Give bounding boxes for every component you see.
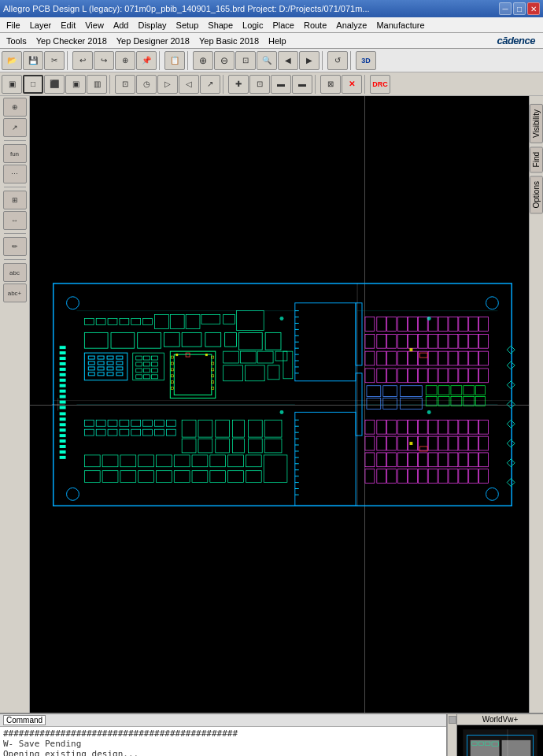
tb2-11[interactable]: ✚ bbox=[228, 75, 249, 94]
tb2-5[interactable]: ▥ bbox=[87, 75, 107, 94]
tb-undo[interactable]: ↩ bbox=[72, 51, 93, 70]
svg-rect-279 bbox=[84, 471, 100, 483]
svg-marker-30 bbox=[507, 420, 515, 428]
lt-grid[interactable]: ⊞ bbox=[3, 191, 27, 209]
menu-add[interactable]: Add bbox=[109, 19, 134, 32]
menu-shape[interactable]: Shape bbox=[203, 19, 238, 32]
tb-zoom-prev[interactable]: ◀ bbox=[278, 51, 298, 70]
tb-add[interactable]: ⊕ bbox=[115, 51, 135, 70]
tb2-13[interactable]: ▬ bbox=[271, 75, 291, 94]
lt-resize[interactable]: ↔ bbox=[3, 211, 27, 230]
lt-abc-plus[interactable]: abc+ bbox=[3, 284, 27, 302]
svg-rect-231 bbox=[377, 420, 386, 434]
world-view-canvas[interactable] bbox=[457, 725, 543, 756]
svg-rect-64 bbox=[107, 356, 113, 359]
menu-setup[interactable]: Setup bbox=[172, 19, 204, 32]
close-button[interactable]: ✕ bbox=[527, 2, 540, 15]
svg-rect-83 bbox=[144, 375, 150, 379]
lt-arrow[interactable]: ↗ bbox=[3, 118, 27, 137]
tb-cut[interactable]: ✂ bbox=[44, 51, 65, 70]
svg-rect-195 bbox=[166, 420, 175, 426]
tb-zoom-next[interactable]: ▶ bbox=[299, 51, 320, 70]
tb-open[interactable]: 📂 bbox=[2, 51, 22, 70]
cmd-tab-command[interactable]: Command bbox=[3, 715, 46, 725]
tb-zoom-in[interactable]: ⊕ bbox=[193, 51, 213, 70]
tb-paste[interactable]: 📋 bbox=[164, 51, 185, 70]
svg-rect-157 bbox=[365, 369, 375, 383]
svg-rect-53 bbox=[238, 332, 262, 350]
menu-yep-checker[interactable]: Yep Checker 2018 bbox=[31, 35, 112, 47]
tb2-10[interactable]: ↗ bbox=[200, 75, 220, 94]
menu-analyze[interactable]: Analyze bbox=[331, 19, 371, 32]
svg-rect-89 bbox=[171, 369, 173, 371]
tab-visibility[interactable]: Visibility bbox=[530, 104, 543, 143]
tb2-15[interactable]: ⊠ bbox=[320, 75, 341, 94]
tb2-16[interactable]: ✕ bbox=[342, 75, 362, 94]
svg-rect-70 bbox=[116, 367, 123, 370]
svg-rect-172 bbox=[367, 398, 381, 410]
svg-rect-148 bbox=[398, 351, 408, 365]
menu-view[interactable]: View bbox=[80, 19, 109, 32]
menu-route[interactable]: Route bbox=[299, 19, 331, 32]
tb2-3[interactable]: ⬛ bbox=[44, 75, 65, 94]
tab-find[interactable]: Find bbox=[530, 146, 543, 172]
svg-rect-72 bbox=[133, 353, 164, 380]
command-scrollbar[interactable] bbox=[447, 714, 456, 756]
svg-rect-249 bbox=[438, 436, 448, 450]
svg-rect-268 bbox=[387, 469, 397, 484]
tb-refresh[interactable]: ↺ bbox=[327, 51, 348, 70]
tb2-drc[interactable]: DRC bbox=[370, 75, 390, 94]
svg-rect-285 bbox=[139, 471, 154, 483]
menu-help[interactable]: Help bbox=[264, 35, 291, 47]
tb-zoom-out[interactable]: ⊖ bbox=[214, 51, 235, 70]
lt-fun[interactable]: fun bbox=[3, 144, 27, 163]
tb-zoom-fit[interactable]: ⊡ bbox=[235, 51, 256, 70]
tab-options[interactable]: Options bbox=[530, 176, 543, 213]
menu-yep-designer[interactable]: Yep Designer 2018 bbox=[112, 35, 194, 47]
menu-tools[interactable]: Tools bbox=[2, 35, 31, 47]
svg-rect-132 bbox=[479, 317, 489, 332]
maximize-button[interactable]: □ bbox=[513, 2, 526, 15]
menu-manufacture[interactable]: Manufacture bbox=[371, 19, 429, 32]
tb2-9[interactable]: ◁ bbox=[179, 75, 199, 94]
tb-3d[interactable]: 3D bbox=[356, 51, 376, 70]
menu-layer[interactable]: Layer bbox=[25, 19, 57, 32]
svg-rect-56 bbox=[88, 356, 94, 359]
menu-yep-basic[interactable]: Yep Basic 2018 bbox=[194, 35, 264, 47]
tb-save[interactable]: 💾 bbox=[23, 51, 43, 70]
svg-rect-238 bbox=[449, 420, 458, 434]
tb-pin[interactable]: 📌 bbox=[136, 51, 157, 70]
svg-rect-124 bbox=[398, 317, 408, 332]
tb2-6[interactable]: ⊡ bbox=[115, 75, 135, 94]
tb2-1[interactable]: ▣ bbox=[2, 75, 22, 94]
svg-rect-60 bbox=[98, 356, 104, 359]
tb2-14[interactable]: ▬ bbox=[292, 75, 312, 94]
svg-marker-28 bbox=[507, 381, 515, 389]
lt-pen[interactable]: ✏ bbox=[3, 237, 27, 256]
menu-edit[interactable]: Edit bbox=[56, 19, 80, 32]
lt-select[interactable]: ⊕ bbox=[3, 98, 27, 117]
menu-display[interactable]: Display bbox=[133, 19, 171, 32]
svg-rect-69 bbox=[116, 361, 123, 365]
sep-4 bbox=[322, 51, 325, 70]
lt-dots[interactable]: ⋯ bbox=[3, 165, 27, 183]
tb-zoom-select[interactable]: 🔍 bbox=[257, 51, 277, 70]
tb2-4[interactable]: ▣ bbox=[65, 75, 86, 94]
tb-redo[interactable]: ↪ bbox=[94, 51, 114, 70]
svg-rect-90 bbox=[171, 375, 173, 377]
lt-abc[interactable]: abc bbox=[3, 263, 27, 282]
tb2-12[interactable]: ⊡ bbox=[249, 75, 270, 94]
canvas-area[interactable] bbox=[30, 96, 529, 713]
svg-rect-126 bbox=[418, 317, 427, 332]
minimize-button[interactable]: ─ bbox=[499, 2, 512, 15]
svg-rect-254 bbox=[365, 453, 375, 467]
menu-logic[interactable]: Logic bbox=[238, 19, 268, 32]
tb2-2[interactable]: □ bbox=[23, 75, 43, 94]
tb2-7[interactable]: ◷ bbox=[136, 75, 157, 94]
menu-file[interactable]: File bbox=[2, 19, 25, 32]
svg-rect-250 bbox=[449, 436, 458, 450]
menu-place[interactable]: Place bbox=[268, 19, 299, 32]
svg-rect-281 bbox=[102, 471, 118, 483]
tb2-8[interactable]: ▷ bbox=[157, 75, 178, 94]
svg-rect-6 bbox=[60, 351, 66, 354]
